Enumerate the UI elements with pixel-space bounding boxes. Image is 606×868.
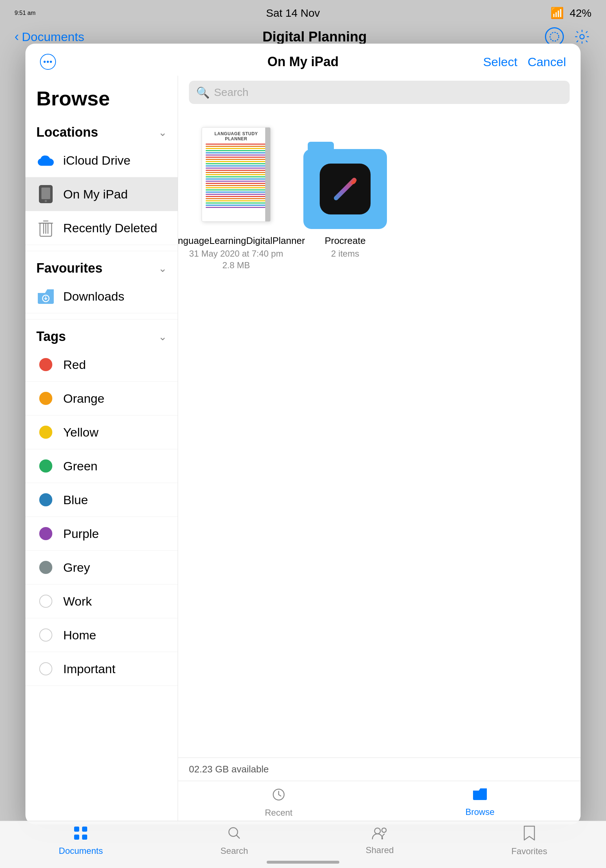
- svg-point-3: [45, 200, 47, 202]
- ellipsis-icon: •••: [43, 57, 53, 67]
- svg-rect-12: [82, 835, 87, 840]
- tag-red-label: Red: [63, 358, 86, 372]
- status-time: 9:51 am: [14, 10, 36, 16]
- bottom-tab-favorites-label: Favorites: [511, 846, 547, 856]
- modal-header: ••• On My iPad Select Cancel: [25, 43, 581, 76]
- cancel-button[interactable]: Cancel: [527, 55, 566, 69]
- sidebar-item-tag-work[interactable]: Work: [25, 584, 178, 618]
- back-chevron-icon: ‹: [14, 29, 19, 44]
- sidebar-item-tag-red[interactable]: Red: [25, 348, 178, 382]
- back-button[interactable]: ‹ Documents: [14, 29, 84, 44]
- status-bar: 9:51 am Sat 14 Nov 📶 42%: [0, 0, 606, 23]
- modal-header-center: On My iPad: [267, 54, 339, 70]
- planner-file-date: 31 May 2020 at 7:40 pm: [189, 249, 283, 259]
- svg-rect-8: [473, 790, 487, 800]
- home-indicator: [267, 861, 339, 863]
- grey-dot-icon: [36, 558, 55, 577]
- file-item-procreate[interactable]: Procreate 2 items: [298, 120, 393, 270]
- tags-section-header[interactable]: Tags ⌄: [25, 326, 178, 348]
- planner-file-size: 2.8 MB: [223, 260, 250, 270]
- tag-blue-label: Blue: [63, 493, 88, 507]
- browse-folder-icon: [472, 788, 488, 804]
- procreate-brush-icon: [329, 173, 362, 205]
- locations-chevron-icon: ⌄: [158, 127, 167, 138]
- tag-yellow-label: Yellow: [63, 425, 99, 439]
- wifi-icon: 📶: [550, 6, 564, 19]
- procreate-file-items: 2 items: [331, 249, 359, 259]
- tag-orange-label: Orange: [63, 392, 104, 406]
- tag-grey-label: Grey: [63, 561, 90, 575]
- sidebar-item-tag-blue[interactable]: Blue: [25, 483, 178, 517]
- svg-rect-11: [74, 835, 79, 840]
- sidebar-item-icloud[interactable]: iCloud Drive: [25, 144, 178, 177]
- bottom-tab-favorites[interactable]: Favorites: [511, 826, 547, 856]
- sidebar: Browse Locations ⌄ iCloud Drive: [25, 76, 178, 825]
- blue-dot-icon: [36, 490, 55, 509]
- tag-green-label: Green: [63, 459, 98, 473]
- favourites-section-title: Favourites: [36, 260, 102, 276]
- sidebar-item-tag-green[interactable]: Green: [25, 449, 178, 483]
- bottom-tab-search[interactable]: Search: [221, 826, 248, 856]
- svg-point-15: [382, 828, 386, 832]
- sidebar-item-tag-grey[interactable]: Grey: [25, 551, 178, 584]
- shared-people-icon: [372, 826, 388, 843]
- tag-important-label: Important: [63, 662, 116, 676]
- orange-dot-icon: [36, 389, 55, 408]
- bottom-tab-documents-label: Documents: [59, 846, 103, 856]
- battery-icon: 42%: [570, 7, 592, 19]
- tab-recent[interactable]: Recent: [178, 781, 379, 825]
- locations-section-header[interactable]: Locations ⌄: [25, 121, 178, 144]
- documents-grid-icon: [73, 826, 88, 844]
- bottom-tab-documents[interactable]: Documents: [59, 826, 103, 856]
- back-label[interactable]: Documents: [22, 30, 84, 44]
- storage-text: 02.23 GB available: [189, 764, 269, 775]
- sidebar-item-ipad-label: On My iPad: [63, 187, 128, 202]
- icloud-icon: [36, 151, 55, 170]
- sidebar-item-tag-important[interactable]: Important: [25, 652, 178, 686]
- sidebar-item-on-my-ipad[interactable]: On My iPad: [25, 177, 178, 211]
- favourites-chevron-icon: ⌄: [158, 262, 167, 274]
- search-placeholder: Search: [214, 86, 249, 99]
- svg-rect-10: [82, 826, 87, 832]
- select-button[interactable]: Select: [483, 55, 518, 69]
- search-bar[interactable]: 🔍 Search: [189, 81, 570, 104]
- tags-section-title: Tags: [36, 329, 66, 344]
- search-magnifier-icon: [227, 826, 241, 844]
- sidebar-item-downloads[interactable]: Downloads: [25, 279, 178, 313]
- planner-thumbnail: LANGUAGE STUDYPLANNER: [193, 120, 280, 229]
- tab-browse[interactable]: Browse: [379, 781, 581, 825]
- home-dot-icon: [36, 626, 55, 645]
- storage-info: 02.23 GB available: [178, 758, 581, 781]
- locations-section-title: Locations: [36, 125, 98, 140]
- file-item-language-planner[interactable]: LANGUAGE STUDYPLANNER LanguageLearningDi…: [189, 120, 283, 270]
- bottom-tab-shared-label: Shared: [365, 845, 393, 855]
- status-right: 📶 42%: [550, 6, 592, 19]
- tab-browse-label: Browse: [465, 807, 495, 817]
- modal-header-right: Select Cancel: [483, 55, 566, 69]
- green-dot-icon: [36, 457, 55, 476]
- sidebar-item-tag-orange[interactable]: Orange: [25, 382, 178, 415]
- three-dots-button[interactable]: •••: [40, 54, 56, 70]
- bookmark-icon: [523, 826, 536, 844]
- sidebar-item-recently-deleted[interactable]: Recently Deleted: [25, 211, 178, 245]
- tags-chevron-icon: ⌄: [158, 331, 167, 343]
- bottom-tab-shared[interactable]: Shared: [365, 826, 393, 855]
- sidebar-item-tag-yellow[interactable]: Yellow: [25, 415, 178, 449]
- sidebar-item-recently-deleted-label: Recently Deleted: [63, 221, 157, 235]
- ipad-device-icon: [36, 184, 55, 203]
- sidebar-item-tag-purple[interactable]: Purple: [25, 517, 178, 551]
- purple-dot-icon: [36, 524, 55, 543]
- procreate-thumbnail: [301, 120, 389, 229]
- bottom-tab-search-label: Search: [221, 846, 248, 856]
- modal-body: Browse Locations ⌄ iCloud Drive: [25, 76, 581, 825]
- yellow-dot-icon: [36, 423, 55, 442]
- favourites-section-header[interactable]: Favourites ⌄: [25, 257, 178, 279]
- tab-recent-label: Recent: [265, 808, 292, 818]
- sidebar-item-icloud-label: iCloud Drive: [63, 153, 130, 167]
- trash-icon: [36, 219, 55, 237]
- sidebar-item-tag-home[interactable]: Home: [25, 618, 178, 652]
- svg-point-14: [374, 828, 380, 834]
- search-icon: 🔍: [196, 86, 210, 99]
- modal-location-title: On My iPad: [267, 54, 339, 70]
- content-area: 🔍 Search LANGUAGE STUDYPLANNER Langua: [178, 76, 581, 825]
